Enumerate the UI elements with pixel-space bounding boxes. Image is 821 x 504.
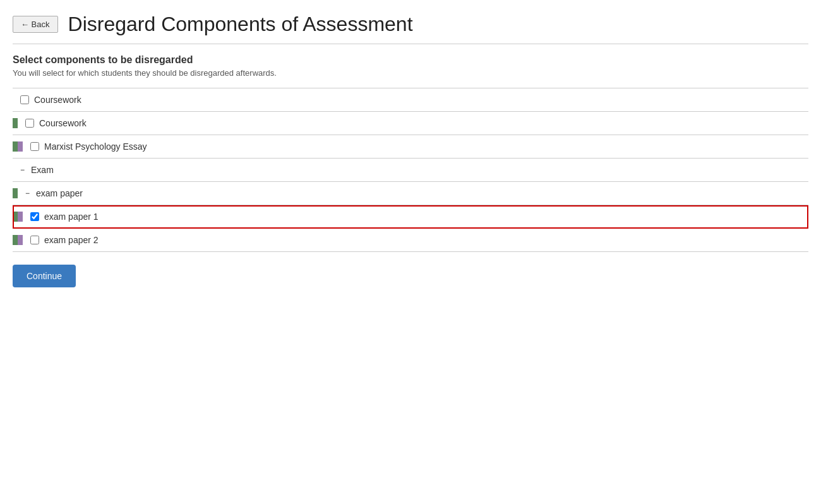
page-title: Disregard Components of Assessment bbox=[68, 13, 413, 36]
level-bar-green-0 bbox=[13, 235, 18, 245]
checkbox-row-exam-paper-1[interactable] bbox=[30, 212, 39, 221]
row-content: −exam paper bbox=[18, 188, 808, 198]
row-label-row-coursework-top: Coursework bbox=[34, 95, 81, 105]
level-bar-green-0 bbox=[13, 188, 18, 198]
collapse-icon[interactable]: − bbox=[20, 165, 25, 174]
checkbox-row-coursework-child[interactable] bbox=[25, 119, 34, 128]
row-label-row-exam-paper: exam paper bbox=[36, 188, 83, 198]
tree-container: CourseworkCourseworkMarxist Psychology E… bbox=[13, 88, 808, 252]
row-content: exam paper 1 bbox=[23, 212, 808, 222]
tree-row-row-exam-paper: −exam paper bbox=[13, 182, 808, 205]
header-row: ← Back Disregard Components of Assessmen… bbox=[13, 13, 808, 36]
continue-button[interactable]: Continue bbox=[13, 265, 76, 287]
checkbox-row-coursework-top[interactable] bbox=[20, 95, 29, 104]
tree-row-row-marxist: Marxist Psychology Essay bbox=[13, 135, 808, 159]
row-label-row-marxist: Marxist Psychology Essay bbox=[44, 141, 147, 152]
row-label-row-exam-paper-1: exam paper 1 bbox=[44, 212, 99, 222]
level-bar-green-0 bbox=[13, 212, 18, 222]
row-content: Coursework bbox=[13, 95, 808, 105]
instructions: Select components to be disregarded You … bbox=[13, 54, 808, 78]
level-bar-purple-1 bbox=[18, 235, 23, 245]
level-bar-purple-1 bbox=[18, 141, 23, 152]
checkbox-row-marxist[interactable] bbox=[30, 142, 39, 151]
checkbox-row-exam-paper-2[interactable] bbox=[30, 236, 39, 244]
level-bar-green-0 bbox=[13, 118, 18, 128]
tree-row-row-coursework-child: Coursework bbox=[13, 112, 808, 135]
row-content: exam paper 2 bbox=[23, 235, 808, 245]
row-label-row-coursework-child: Coursework bbox=[39, 118, 87, 128]
tree-row-row-coursework-top: Coursework bbox=[13, 88, 808, 112]
instructions-heading: Select components to be disregarded bbox=[13, 54, 808, 66]
tree-row-row-exam: −Exam bbox=[13, 159, 808, 182]
row-content: Coursework bbox=[18, 118, 808, 128]
header-divider bbox=[13, 44, 808, 44]
tree-row-row-exam-paper-1: exam paper 1 bbox=[13, 205, 808, 229]
row-label-row-exam-paper-2: exam paper 2 bbox=[44, 235, 99, 245]
level-bar-green-0 bbox=[13, 141, 18, 152]
back-button[interactable]: ← Back bbox=[13, 16, 58, 33]
row-content: Marxist Psychology Essay bbox=[23, 141, 808, 152]
collapse-icon[interactable]: − bbox=[25, 189, 30, 198]
level-bar-purple-1 bbox=[18, 212, 23, 222]
row-label-row-exam: Exam bbox=[31, 165, 54, 175]
row-content: −Exam bbox=[13, 165, 808, 175]
instructions-subheading: You will select for which students they … bbox=[13, 68, 808, 78]
tree-row-row-exam-paper-2: exam paper 2 bbox=[13, 229, 808, 252]
